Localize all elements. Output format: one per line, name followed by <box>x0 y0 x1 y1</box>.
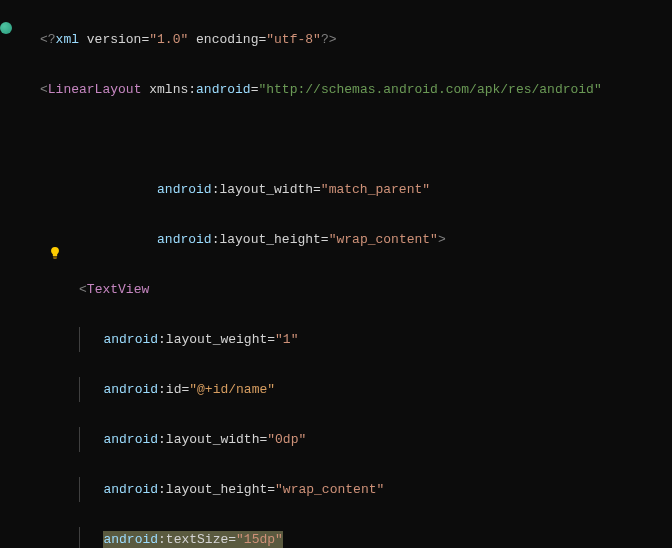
code-line: <TextView <box>40 277 672 302</box>
code-editor[interactable]: <?xml version="1.0" encoding="utf-8"?> <… <box>0 0 672 548</box>
code-line: <?xml version="1.0" encoding="utf-8"?> <box>40 27 672 52</box>
code-line: android:layout_width="match_parent" <box>40 177 672 202</box>
code-line: android:layout_height="wrap_content" <box>40 477 672 502</box>
breakpoint-dot-icon[interactable] <box>0 22 12 34</box>
code-line: android:layout_width="0dp" <box>40 427 672 452</box>
highlighted-warning[interactable]: android:textSize="15dp" <box>103 531 282 548</box>
code-area[interactable]: <?xml version="1.0" encoding="utf-8"?> <… <box>28 0 672 548</box>
code-line: android:layout_weight="1" <box>40 327 672 352</box>
code-line: android:id="@+id/name" <box>40 377 672 402</box>
code-line: android:layout_height="wrap_content"> <box>40 227 672 252</box>
gutter <box>0 0 28 548</box>
code-line <box>40 127 672 152</box>
code-line: <LinearLayout xmlns:android="http://sche… <box>40 77 672 102</box>
code-line: android:textSize="15dp" <box>40 527 672 548</box>
